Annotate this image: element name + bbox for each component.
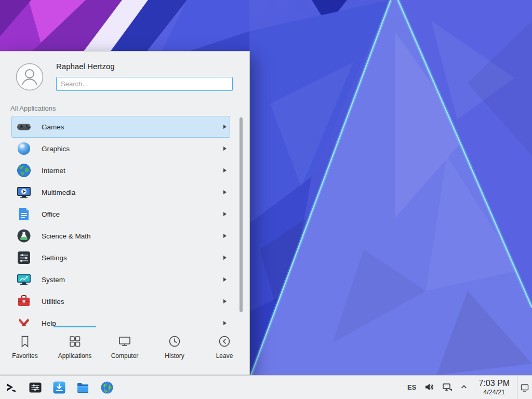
tab-computer[interactable]: Computer: [100, 326, 150, 375]
tab-label: Leave: [216, 352, 233, 360]
sliders-icon: [16, 249, 32, 266]
submenu-arrow-icon: [223, 147, 227, 151]
tab-label: Favorites: [12, 352, 37, 360]
submenu-arrow-icon: [223, 256, 227, 260]
submenu-arrow-icon: [223, 212, 227, 216]
tab-favorites[interactable]: Favorites: [0, 326, 50, 375]
submenu-arrow-icon: [223, 190, 227, 194]
taskbar-panel: ES 7:03 PM 4/24/21: [0, 375, 532, 399]
launcher-header: Raphael Hertzog: [0, 51, 249, 97]
user-name: Raphael Hertzog: [56, 62, 115, 71]
category-help[interactable]: Help: [11, 312, 230, 326]
clock-icon: [168, 335, 181, 348]
clock-widget[interactable]: 7:03 PM 4/24/21: [478, 379, 510, 396]
globe-icon: [16, 162, 32, 179]
flask-icon: [16, 228, 32, 244]
list-scrollbar[interactable]: [240, 117, 243, 312]
tab-label: History: [165, 352, 184, 360]
tab-applications[interactable]: Applications: [50, 326, 100, 375]
category-label: Office: [42, 210, 223, 218]
folder-icon: [76, 380, 90, 395]
browser-globe-icon: [100, 380, 114, 395]
submenu-arrow-icon: [223, 299, 227, 303]
app-launcher-button[interactable]: [4, 380, 19, 395]
web-browser-button[interactable]: [100, 380, 114, 395]
tab-label: Computer: [111, 352, 139, 360]
user-avatar[interactable]: [16, 63, 44, 91]
section-label: All Applications: [10, 104, 249, 113]
bookmark-icon: [18, 335, 32, 348]
tab-label: Applications: [58, 352, 92, 360]
submenu-arrow-icon: [223, 125, 227, 129]
category-list: Games Graphics Internet: [0, 116, 249, 326]
show-desktop-button[interactable]: [517, 376, 532, 399]
system-monitor-icon: [16, 271, 32, 288]
submenu-arrow-icon: [223, 168, 227, 172]
search-input[interactable]: [56, 77, 233, 91]
system-tray: ES 7:03 PM 4/24/21: [407, 379, 513, 396]
category-label: Internet: [42, 167, 223, 175]
category-settings[interactable]: Settings: [11, 247, 230, 269]
keyboard-layout-indicator[interactable]: ES: [407, 383, 416, 391]
software-install-icon: [52, 380, 66, 395]
distro-menu-icon: [4, 380, 19, 395]
leave-icon: [218, 335, 231, 348]
tab-history[interactable]: History: [150, 326, 200, 375]
launcher-tab-bar: Favorites Applications Computer History: [0, 326, 249, 375]
gamepad-icon: [16, 118, 32, 135]
category-label: Games: [42, 123, 223, 131]
category-label: Help: [42, 320, 223, 326]
taskbar-launchers: [4, 380, 114, 395]
terminal-settings-button[interactable]: [28, 380, 43, 395]
desktop-icon: [520, 383, 529, 392]
desktop: Raphael Hertzog All Applications Games G…: [0, 0, 532, 399]
computer-icon: [118, 335, 131, 348]
submenu-arrow-icon: [223, 321, 227, 325]
clock-date: 4/24/21: [478, 389, 510, 396]
application-launcher-popup: Raphael Hertzog All Applications Games G…: [0, 51, 250, 375]
category-label: Science & Math: [42, 232, 223, 240]
category-label: Utilities: [42, 298, 223, 305]
help-ribbon-icon: [16, 315, 32, 326]
category-label: System: [42, 276, 223, 284]
category-internet[interactable]: Internet: [11, 159, 230, 181]
document-icon: [16, 206, 32, 222]
category-science-math[interactable]: Science & Math: [11, 225, 230, 247]
toolbox-icon: [16, 293, 32, 310]
software-center-button[interactable]: [52, 380, 66, 395]
category-multimedia[interactable]: Multimedia: [11, 181, 230, 203]
category-graphics[interactable]: Graphics: [11, 138, 230, 159]
category-games[interactable]: Games: [11, 116, 230, 138]
network-icon[interactable]: [442, 382, 453, 392]
media-screen-icon: [16, 184, 32, 201]
tab-leave[interactable]: Leave: [200, 326, 249, 375]
sphere-icon: [16, 140, 32, 157]
category-label: Multimedia: [42, 189, 223, 196]
expand-tray-icon[interactable]: [460, 383, 468, 391]
submenu-arrow-icon: [223, 277, 227, 282]
terminal-sliders-icon: [28, 380, 43, 395]
category-utilities[interactable]: Utilities: [11, 290, 230, 312]
file-manager-button[interactable]: [76, 380, 90, 395]
volume-icon[interactable]: [424, 382, 434, 392]
app-grid-icon: [68, 335, 82, 348]
submenu-arrow-icon: [223, 234, 227, 238]
category-label: Settings: [42, 254, 223, 262]
category-label: Graphics: [42, 145, 223, 153]
clock-time: 7:03 PM: [478, 379, 510, 388]
category-office[interactable]: Office: [11, 203, 230, 225]
category-system[interactable]: System: [11, 269, 230, 290]
